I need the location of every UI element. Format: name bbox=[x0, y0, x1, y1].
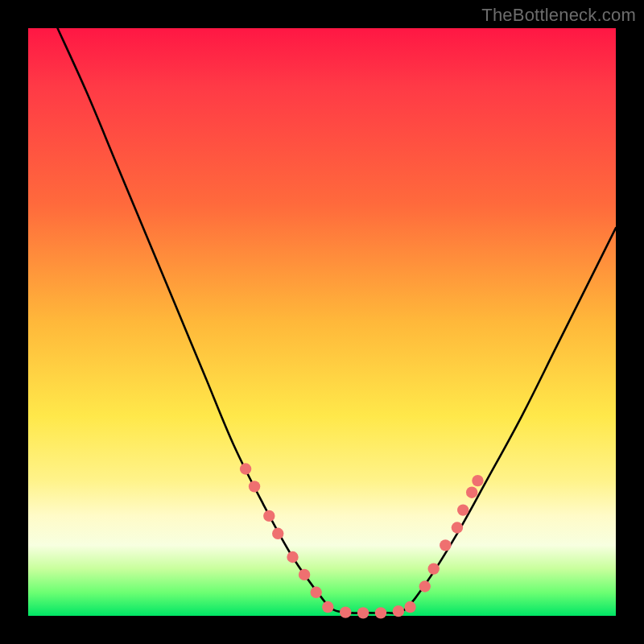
chart-frame: TheBottleneck.com bbox=[0, 0, 644, 644]
curve-marker bbox=[340, 606, 351, 617]
curve-marker bbox=[240, 463, 251, 474]
curve-marker bbox=[287, 551, 298, 563]
plot-area bbox=[28, 28, 616, 616]
curve-marker bbox=[393, 605, 404, 617]
lines-layer bbox=[58, 28, 617, 613]
curve-marker bbox=[404, 601, 415, 613]
curve-marker bbox=[263, 510, 275, 522]
curve-marker bbox=[466, 487, 477, 498]
curve-marker bbox=[322, 601, 333, 613]
curve-marker bbox=[428, 563, 440, 574]
curve-marker bbox=[375, 607, 386, 618]
curve-marker bbox=[452, 522, 463, 533]
watermark-text: TheBottleneck.com bbox=[481, 5, 636, 26]
curve-svg bbox=[28, 28, 616, 616]
curve-marker bbox=[440, 539, 451, 551]
curve-marker bbox=[299, 569, 310, 580]
markers-layer bbox=[240, 463, 484, 618]
curve-marker bbox=[357, 607, 369, 618]
curve-marker bbox=[472, 475, 483, 486]
curve-marker bbox=[311, 587, 322, 598]
curve-marker bbox=[272, 528, 283, 539]
bottleneck-curve bbox=[58, 28, 617, 613]
curve-marker bbox=[419, 580, 431, 592]
curve-marker bbox=[457, 504, 469, 515]
curve-marker bbox=[249, 481, 260, 492]
